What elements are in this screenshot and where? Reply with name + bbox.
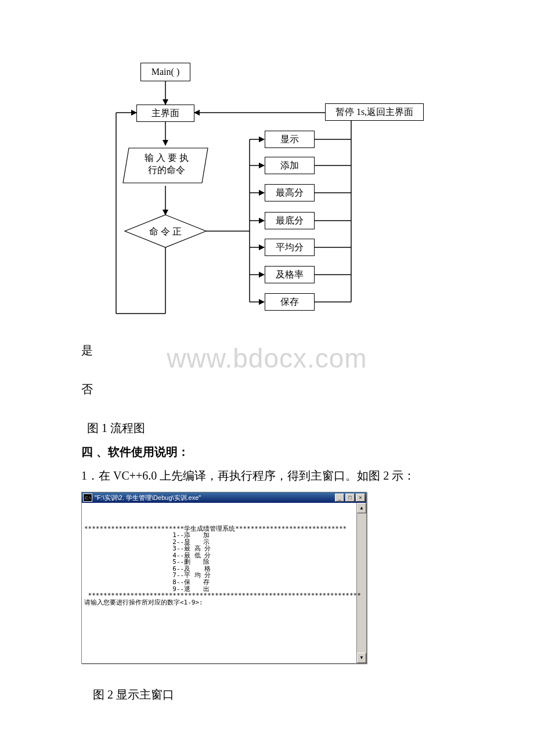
node-op-5: 及格率 bbox=[265, 266, 315, 283]
node-op-0: 显示 bbox=[265, 131, 315, 148]
cmd-icon: C:\ bbox=[83, 494, 92, 502]
node-op-3: 最底分 bbox=[265, 212, 315, 229]
scroll-down-icon[interactable]: ▼ bbox=[357, 653, 366, 663]
scroll-up-icon[interactable]: ▲ bbox=[357, 503, 366, 513]
console-titlebar: C:\ "F:\实训\2. 学生管理\Debug\实训.exe" _ □ × bbox=[82, 492, 366, 503]
fig1-caption: 图 1 流程图 bbox=[81, 420, 453, 436]
minimize-button[interactable]: _ bbox=[335, 494, 344, 502]
maximize-button[interactable]: □ bbox=[345, 494, 355, 502]
node-op-4: 平均分 bbox=[265, 239, 315, 256]
fig2-caption: 图 2 显示主窗口 bbox=[81, 687, 453, 703]
console-title: "F:\实训\2. 学生管理\Debug\实训.exe" bbox=[95, 494, 201, 502]
console-body: **************************学生成绩管理系统******… bbox=[82, 503, 366, 663]
node-main: Main( ) bbox=[140, 63, 190, 81]
node-op-2: 最高分 bbox=[265, 184, 315, 201]
label-yes: 是 bbox=[81, 343, 453, 358]
close-button[interactable]: × bbox=[356, 494, 365, 502]
node-pause: 暂停 1s,返回主界面 bbox=[325, 103, 424, 121]
console-window: C:\ "F:\实训\2. 学生管理\Debug\实训.exe" _ □ × *… bbox=[81, 492, 367, 664]
node-op-6: 保存 bbox=[265, 293, 315, 311]
node-decision-label: 命 令 正 bbox=[145, 226, 186, 238]
node-home: 主界面 bbox=[136, 105, 194, 122]
step1-text: 1．在 VC++6.0 上先编译，再执行程序，得到主窗口。如图 2 示： bbox=[81, 468, 453, 484]
node-input-label: 输 入 要 执 行的命令 bbox=[135, 152, 199, 177]
section-heading: 四 、软件使用说明： bbox=[81, 444, 453, 460]
label-no: 否 bbox=[81, 381, 453, 397]
node-op-1: 添加 bbox=[265, 157, 315, 174]
flowchart: Main( ) 主界面 暂停 1s,返回主界面 输 入 要 执 行的命令 命 令… bbox=[104, 58, 430, 319]
